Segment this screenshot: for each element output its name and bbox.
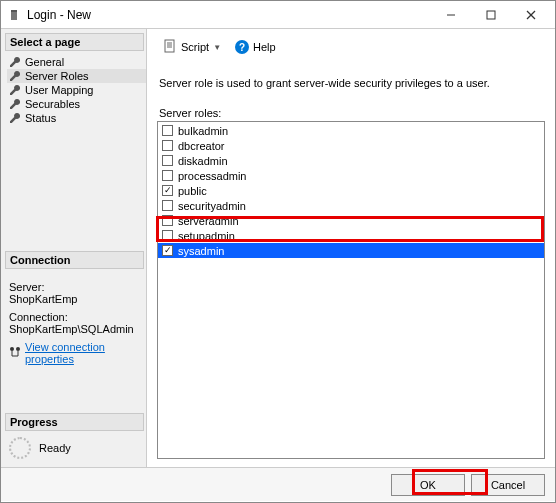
wrench-icon xyxy=(9,84,21,96)
role-label: setupadmin xyxy=(178,230,235,242)
script-icon xyxy=(163,39,177,55)
role-label: bulkadmin xyxy=(178,125,228,137)
sidebar: Select a page GeneralServer RolesUser Ma… xyxy=(1,29,147,467)
connection-header: Connection xyxy=(5,251,144,269)
dialog-button-bar: OK Cancel xyxy=(1,467,555,501)
role-checkbox[interactable] xyxy=(162,200,173,211)
sidebar-page-securables[interactable]: Securables xyxy=(7,97,146,111)
title-bar: Login - New xyxy=(1,1,555,29)
window-title: Login - New xyxy=(27,8,431,22)
app-icon xyxy=(7,8,21,22)
help-button[interactable]: ? Help xyxy=(231,38,280,56)
connection-label: Connection: xyxy=(9,311,142,323)
sidebar-page-user-mapping[interactable]: User Mapping xyxy=(7,83,146,97)
sidebar-page-label: Securables xyxy=(25,98,80,110)
connection-icon xyxy=(9,346,21,360)
ok-button[interactable]: OK xyxy=(391,474,465,496)
content-panel: Script ▼ ? Help Server role is used to g… xyxy=(147,29,555,467)
progress-status: Ready xyxy=(39,442,71,454)
wrench-icon xyxy=(9,98,21,110)
server-value: ShopKartEmp xyxy=(9,293,142,305)
progress-header: Progress xyxy=(5,413,144,431)
role-label: public xyxy=(178,185,207,197)
sidebar-page-server-roles[interactable]: Server Roles xyxy=(7,69,146,83)
role-label: diskadmin xyxy=(178,155,228,167)
role-public[interactable]: public xyxy=(158,183,544,198)
server-roles-listbox[interactable]: bulkadmindbcreatordiskadminprocessadminp… xyxy=(157,121,545,459)
role-checkbox[interactable] xyxy=(162,215,173,226)
wrench-icon xyxy=(9,112,21,124)
cancel-button[interactable]: Cancel xyxy=(471,474,545,496)
maximize-button[interactable] xyxy=(471,2,511,28)
role-label: serveradmin xyxy=(178,215,239,227)
view-connection-properties-link[interactable]: View connection properties xyxy=(25,341,142,365)
role-checkbox[interactable] xyxy=(162,140,173,151)
sidebar-page-label: General xyxy=(25,56,64,68)
role-checkbox[interactable] xyxy=(162,245,173,256)
wrench-icon xyxy=(9,56,21,68)
sidebar-page-label: User Mapping xyxy=(25,84,93,96)
role-label: dbcreator xyxy=(178,140,224,152)
wrench-icon xyxy=(9,70,21,82)
connection-value: ShopKartEmp\SQLAdmin xyxy=(9,323,142,335)
progress-spinner-icon xyxy=(9,437,31,459)
server-label: Server: xyxy=(9,281,142,293)
svg-point-7 xyxy=(16,347,20,351)
role-bulkadmin[interactable]: bulkadmin xyxy=(158,123,544,138)
svg-rect-3 xyxy=(487,11,495,19)
svg-rect-1 xyxy=(11,10,17,12)
role-checkbox[interactable] xyxy=(162,155,173,166)
content-toolbar: Script ▼ ? Help xyxy=(155,35,547,59)
role-sysadmin[interactable]: sysadmin xyxy=(158,243,544,258)
description-text: Server role is used to grant server-wide… xyxy=(159,77,543,89)
chevron-down-icon: ▼ xyxy=(213,43,221,52)
role-dbcreator[interactable]: dbcreator xyxy=(158,138,544,153)
sidebar-page-label: Server Roles xyxy=(25,70,89,82)
role-checkbox[interactable] xyxy=(162,170,173,181)
role-checkbox[interactable] xyxy=(162,230,173,241)
svg-rect-11 xyxy=(165,40,174,52)
sidebar-page-label: Status xyxy=(25,112,56,124)
help-icon: ? xyxy=(235,40,249,54)
role-checkbox[interactable] xyxy=(162,185,173,196)
role-securityadmin[interactable]: securityadmin xyxy=(158,198,544,213)
role-setupadmin[interactable]: setupadmin xyxy=(158,228,544,243)
sidebar-page-status[interactable]: Status xyxy=(7,111,146,125)
help-label: Help xyxy=(253,41,276,53)
role-serveradmin[interactable]: serveradmin xyxy=(158,213,544,228)
role-processadmin[interactable]: processadmin xyxy=(158,168,544,183)
role-diskadmin[interactable]: diskadmin xyxy=(158,153,544,168)
script-button[interactable]: Script ▼ xyxy=(159,37,225,57)
role-checkbox[interactable] xyxy=(162,125,173,136)
svg-point-6 xyxy=(10,347,14,351)
role-label: sysadmin xyxy=(178,245,224,257)
page-list: GeneralServer RolesUser MappingSecurable… xyxy=(5,53,146,133)
server-roles-label: Server roles: xyxy=(159,107,543,119)
role-label: processadmin xyxy=(178,170,246,182)
select-page-header: Select a page xyxy=(5,33,144,51)
minimize-button[interactable] xyxy=(431,2,471,28)
role-label: securityadmin xyxy=(178,200,246,212)
sidebar-page-general[interactable]: General xyxy=(7,55,146,69)
close-button[interactable] xyxy=(511,2,551,28)
script-label: Script xyxy=(181,41,209,53)
